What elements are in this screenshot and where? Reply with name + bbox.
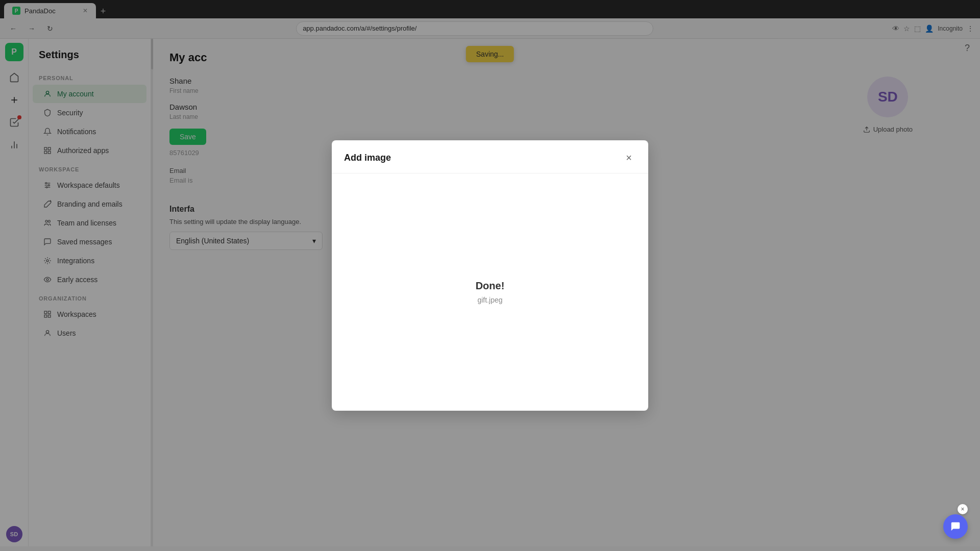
file-name: gift.jpeg — [477, 296, 502, 304]
modal-close-button[interactable]: × — [622, 151, 636, 165]
modal-title: Add image — [344, 153, 391, 163]
chat-close-button[interactable]: × — [958, 504, 968, 514]
add-image-modal: Add image × Done! gift.jpeg — [332, 140, 648, 411]
modal-overlay[interactable]: Add image × Done! gift.jpeg — [0, 0, 980, 546]
modal-header: Add image × — [332, 140, 648, 173]
modal-body: Done! gift.jpeg — [332, 173, 648, 411]
chat-icon — [950, 521, 961, 532]
chat-bubble-button[interactable] — [943, 514, 968, 539]
done-text: Done! — [476, 280, 505, 292]
